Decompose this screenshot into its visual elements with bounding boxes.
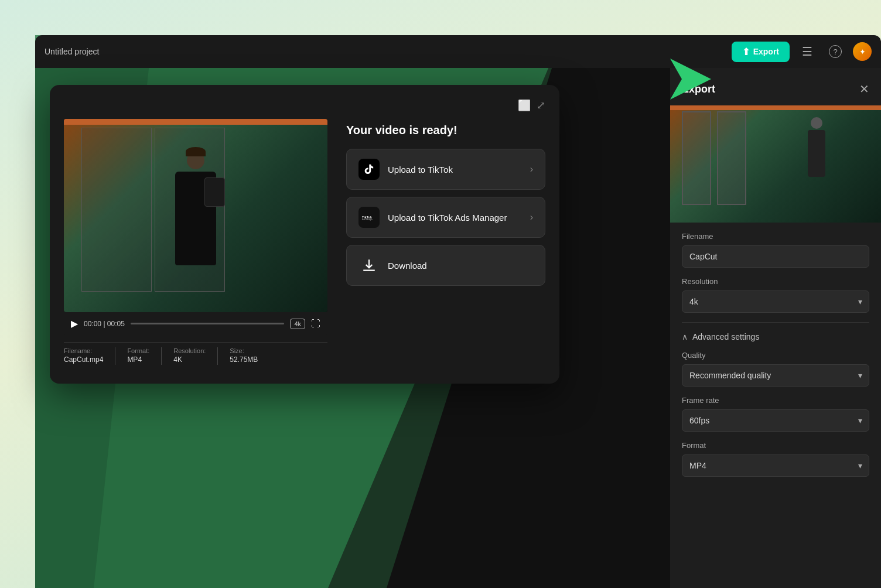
download-icon	[358, 255, 380, 276]
upload-tiktok-label: Upload to TikTok	[388, 165, 453, 175]
format-select-wrapper: MP4 MOV AVI ▾	[682, 454, 869, 477]
meta-sep-1	[115, 347, 115, 365]
download-label: Download	[388, 261, 427, 271]
help-button[interactable]: ?	[825, 41, 846, 62]
close-icon: ✕	[859, 83, 869, 95]
quality-select-wrapper: Recommended quality High quality Medium …	[682, 364, 869, 387]
video-controls: ▶ 00:00 | 00:05 4k ⛶	[64, 312, 327, 335]
video-frame	[64, 119, 327, 312]
tiktok-icon	[358, 159, 380, 180]
quality-select[interactable]: Recommended quality High quality Medium …	[682, 364, 869, 387]
upload-tiktok-ads-left: TikTok Ads Manager Upload to TikTok Ads …	[358, 207, 507, 228]
expand-icon-button[interactable]: ⤢	[537, 99, 545, 112]
video-thumbnail	[64, 119, 327, 312]
format-label: Format	[682, 441, 869, 450]
export-preview	[670, 105, 881, 223]
pointer-arrow-tooltip	[664, 53, 717, 108]
upload-tiktok-chevron: ›	[530, 164, 533, 175]
filename-label: Filename	[682, 232, 869, 241]
progress-bar[interactable]	[131, 323, 285, 324]
meta-sep-3	[217, 347, 218, 365]
person-figure	[161, 142, 231, 289]
top-bar-actions: ⬆ Export ☰ ? ✦	[732, 41, 872, 62]
modal-right: Your video is ready! Upload to TikTok ›	[346, 119, 545, 370]
svg-marker-2	[670, 59, 711, 100]
quality-label: Quality	[682, 351, 869, 360]
resolution-label: Resolution	[682, 277, 869, 286]
subway-door-right	[717, 111, 746, 205]
time-display: 00:00 | 00:05	[84, 320, 125, 328]
preview-image	[670, 105, 881, 223]
avatar-icon: ✦	[859, 47, 866, 56]
help-icon: ?	[829, 45, 842, 58]
expand-icon: ⤢	[537, 100, 545, 111]
quality-badge: 4k	[290, 319, 305, 329]
export-form: Filename Resolution 4k 1080p 720p 480p ▾…	[670, 223, 881, 495]
upload-tiktok-button[interactable]: Upload to TikTok ›	[346, 149, 545, 190]
avatar[interactable]: ✦	[853, 42, 872, 61]
menu-button[interactable]: ☰	[797, 41, 818, 62]
person-hair	[186, 147, 206, 156]
modal-inner: ⬜ ⤢	[50, 85, 559, 384]
feedback-icon-button[interactable]: ⬜	[518, 99, 531, 112]
framerate-label: Frame rate	[682, 396, 869, 405]
video-modal: ⬜ ⤢	[50, 85, 559, 384]
resolution-select-wrapper: 4k 1080p 720p 480p ▾	[682, 290, 869, 313]
svg-text:Ads Manager: Ads Manager	[362, 218, 373, 221]
fullscreen-button[interactable]: ⛶	[311, 319, 320, 329]
resolution-select[interactable]: 4k 1080p 720p 480p	[682, 290, 869, 313]
modal-content: ▶ 00:00 | 00:05 4k ⛶	[64, 119, 545, 370]
meta-filename: Filename: CapCut.mp4	[64, 347, 103, 365]
upload-icon: ⬆	[742, 46, 750, 57]
top-bar: Untitled project ⬆ Export ☰ ? ✦	[35, 35, 881, 68]
subway-door-left	[682, 111, 711, 205]
upload-tiktok-ads-button[interactable]: TikTok Ads Manager Upload to TikTok Ads …	[346, 197, 545, 238]
download-button[interactable]: Download	[346, 245, 545, 286]
export-panel: Export ✕ Filename Resolution	[670, 68, 881, 588]
meta-sep-2	[161, 347, 162, 365]
filename-input[interactable]	[682, 245, 869, 268]
format-select[interactable]: MP4 MOV AVI	[682, 454, 869, 477]
video-meta: Filename: CapCut.mp4 Format: MP4 Resolut…	[64, 342, 327, 370]
advanced-settings-toggle[interactable]: ∧ Advanced settings	[682, 332, 759, 341]
video-figure-area	[64, 119, 327, 312]
export-button[interactable]: ⬆ Export	[732, 42, 790, 62]
divider	[682, 322, 869, 323]
video-player: ▶ 00:00 | 00:05 4k ⛶	[64, 119, 327, 370]
project-title: Untitled project	[45, 47, 99, 56]
meta-size: Size: 52.75MB	[230, 347, 258, 365]
tiktok-ads-icon: TikTok Ads Manager	[358, 207, 380, 228]
chevron-up-icon: ∧	[682, 332, 688, 341]
modal-title: Your video is ready!	[346, 124, 545, 137]
preview-figure	[799, 117, 834, 199]
feedback-icon: ⬜	[518, 100, 531, 111]
download-left: Download	[358, 255, 427, 276]
framerate-select[interactable]: 60fps 30fps 24fps	[682, 409, 869, 432]
upload-tiktok-ads-label: Upload to TikTok Ads Manager	[388, 213, 507, 223]
modal-top-icons: ⬜ ⤢	[64, 99, 545, 112]
menu-icon: ☰	[802, 45, 812, 59]
person-body	[175, 172, 216, 265]
meta-resolution: Resolution: 4K	[173, 347, 206, 365]
framerate-select-wrapper: 60fps 30fps 24fps ▾	[682, 409, 869, 432]
meta-format: Format: MP4	[127, 347, 149, 365]
close-export-panel-button[interactable]: ✕	[859, 82, 869, 96]
play-button[interactable]: ▶	[71, 318, 78, 329]
upload-tiktok-ads-chevron: ›	[530, 212, 533, 223]
person-bag	[204, 177, 225, 207]
app-container: Untitled project ⬆ Export ☰ ? ✦ Export	[0, 0, 881, 588]
upload-tiktok-left: Upload to TikTok	[358, 159, 453, 180]
